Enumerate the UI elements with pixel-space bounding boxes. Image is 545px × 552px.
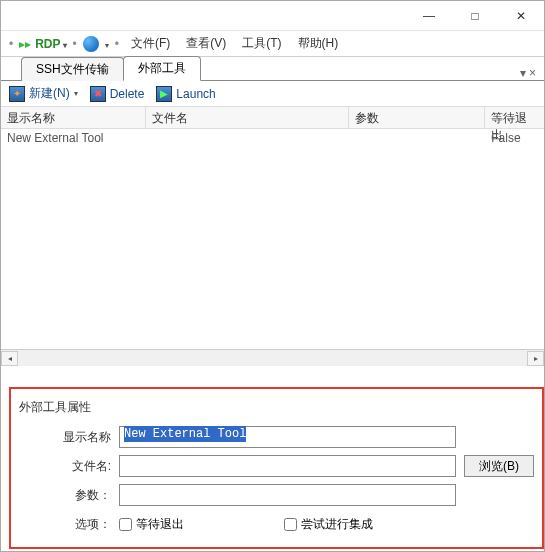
options-group: 等待退出 尝试进行集成 <box>119 516 373 533</box>
scroll-left-icon[interactable]: ◂ <box>1 351 18 366</box>
column-header-name[interactable]: 显示名称 <box>1 107 146 128</box>
properties-title: 外部工具属性 <box>19 399 534 416</box>
play-icon: ▸▸ <box>19 37 31 51</box>
input-params[interactable] <box>119 484 456 506</box>
chevron-down-icon: ▾ <box>74 89 78 98</box>
separator-icon <box>7 37 15 51</box>
globe-dropdown[interactable] <box>103 37 109 51</box>
new-button[interactable]: ✦ 新建(N) ▾ <box>9 85 78 102</box>
delete-icon: ✖ <box>90 86 106 102</box>
grid-header: 显示名称 文件名 参数 等待退出 <box>1 107 544 129</box>
menu-view[interactable]: 查看(V) <box>180 35 232 52</box>
tab-ssh-file-transfer[interactable]: SSH文件传输 <box>21 57 124 81</box>
grid-body[interactable]: New External Tool False <box>1 129 544 349</box>
column-header-param[interactable]: 参数 <box>349 107 486 128</box>
new-label: 新建(N) <box>29 85 70 102</box>
launch-button[interactable]: ▶ Launch <box>156 86 215 102</box>
input-filename[interactable] <box>119 455 456 477</box>
label-options: 选项： <box>19 516 119 533</box>
checkbox-wait-exit-label: 等待退出 <box>136 516 184 533</box>
checkbox-wait-exit[interactable]: 等待退出 <box>119 516 184 533</box>
prop-row-param: 参数： <box>19 484 534 506</box>
close-button[interactable]: ✕ <box>498 1 544 31</box>
cell-name: New External Tool <box>1 131 146 145</box>
minimize-button[interactable]: — <box>406 1 452 31</box>
properties-panel: 外部工具属性 显示名称 New External Tool 文件名: 浏览(B)… <box>9 387 544 549</box>
column-header-wait[interactable]: 等待退出 <box>485 107 544 128</box>
horizontal-scrollbar[interactable]: ◂ ▸ <box>1 349 544 366</box>
action-toolbar: ✦ 新建(N) ▾ ✖ Delete ▶ Launch <box>1 81 544 107</box>
label-params: 参数： <box>19 487 119 504</box>
label-filename: 文件名: <box>19 458 119 475</box>
delete-button[interactable]: ✖ Delete <box>90 86 145 102</box>
new-icon: ✦ <box>9 86 25 102</box>
prop-row-name: 显示名称 New External Tool <box>19 426 534 448</box>
input-display-name-value: New External Tool <box>124 426 246 442</box>
maximize-button[interactable]: □ <box>452 1 498 31</box>
launch-label: Launch <box>176 87 215 101</box>
tab-controls: ▾ × <box>520 66 536 80</box>
browse-button[interactable]: 浏览(B) <box>464 455 534 477</box>
tab-bar: SSH文件传输 外部工具 ▾ × <box>1 57 544 81</box>
menu-file[interactable]: 文件(F) <box>125 35 176 52</box>
title-bar: — □ ✕ <box>1 1 544 31</box>
checkbox-try-integrate-label: 尝试进行集成 <box>301 516 373 533</box>
main-toolbar: ▸▸ RDP 文件(F) 查看(V) 工具(T) 帮助(H) <box>1 31 544 57</box>
tab-dropdown-icon[interactable]: ▾ <box>520 66 526 80</box>
checkbox-try-integrate[interactable]: 尝试进行集成 <box>284 516 373 533</box>
label-display-name: 显示名称 <box>19 429 119 446</box>
menu-tools[interactable]: 工具(T) <box>236 35 287 52</box>
globe-icon[interactable] <box>83 36 99 52</box>
checkbox-try-integrate-input[interactable] <box>284 518 297 531</box>
cell-wait: False <box>485 131 544 145</box>
launch-icon: ▶ <box>156 86 172 102</box>
separator-icon <box>71 37 79 51</box>
tab-close-icon[interactable]: × <box>529 66 536 80</box>
column-header-file[interactable]: 文件名 <box>146 107 349 128</box>
table-row[interactable]: New External Tool False <box>1 129 544 147</box>
scroll-right-icon[interactable]: ▸ <box>527 351 544 366</box>
delete-label: Delete <box>110 87 145 101</box>
prop-row-options: 选项： 等待退出 尝试进行集成 <box>19 513 534 535</box>
input-display-name[interactable]: New External Tool <box>119 426 456 448</box>
checkbox-wait-exit-input[interactable] <box>119 518 132 531</box>
separator-icon <box>113 37 121 51</box>
menu-help[interactable]: 帮助(H) <box>292 35 345 52</box>
rdp-button[interactable]: RDP <box>35 37 66 51</box>
tab-external-tools[interactable]: 外部工具 <box>123 56 201 81</box>
prop-row-file: 文件名: 浏览(B) <box>19 455 534 477</box>
